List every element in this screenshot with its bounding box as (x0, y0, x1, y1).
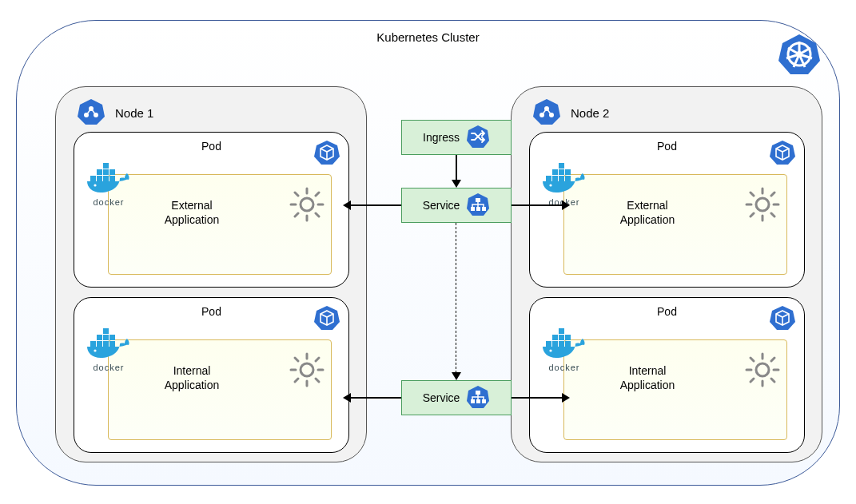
svg-rect-28 (103, 341, 109, 347)
service-tree-icon (466, 192, 490, 219)
svg-rect-18 (109, 176, 115, 181)
node-1: Node 1 Pod docker (55, 86, 367, 462)
svg-rect-44 (565, 176, 571, 181)
svg-rect-29 (109, 341, 115, 347)
svg-rect-47 (565, 169, 571, 175)
svg-rect-42 (552, 176, 558, 181)
arrow-service1-left (351, 204, 401, 206)
svg-rect-31 (103, 335, 109, 340)
docker-whale-icon (84, 163, 133, 196)
internal-app-label: Internal Application (603, 363, 691, 392)
svg-rect-26 (90, 341, 96, 347)
ingress-box: Ingress (401, 120, 512, 155)
svg-rect-46 (559, 169, 564, 175)
node-hex-icon (77, 97, 106, 129)
cube-icon (313, 139, 340, 169)
svg-rect-19 (97, 169, 102, 175)
svg-rect-27 (97, 341, 102, 347)
node-1-label: Node 1 (115, 106, 153, 120)
arrow-head-icon (452, 372, 461, 380)
svg-rect-57 (559, 335, 564, 340)
docker-label: docker (84, 197, 133, 207)
arrow-service2-right (512, 397, 562, 399)
arrow-head-icon (562, 393, 570, 403)
svg-rect-58 (565, 335, 571, 340)
svg-rect-21 (109, 169, 115, 175)
service-external-box: Service (401, 188, 512, 223)
docker-whale-icon (539, 328, 589, 362)
pod-title: Pod (74, 305, 348, 318)
service-label: Service (423, 391, 460, 404)
node-1-pod-external: Pod docker External Applicat (74, 132, 349, 288)
svg-rect-66 (476, 207, 480, 211)
svg-rect-64 (476, 198, 480, 202)
pod-title: Pod (530, 305, 804, 318)
svg-point-24 (301, 198, 313, 211)
docker-whale-icon (84, 328, 133, 362)
cube-icon (313, 304, 340, 334)
svg-rect-30 (97, 335, 102, 340)
service-label: Service (423, 199, 460, 212)
docker-label: docker (84, 363, 133, 372)
docker-logo: docker (84, 328, 133, 372)
svg-rect-16 (97, 176, 102, 181)
node-2-pod-external: Pod docker External Applicat (529, 132, 805, 288)
node-2-label: Node 2 (571, 106, 609, 120)
arrow-head-icon (562, 200, 570, 210)
ingress-label: Ingress (423, 131, 460, 144)
gear-icon (743, 185, 782, 226)
gear-icon (288, 185, 326, 226)
svg-point-9 (796, 51, 802, 58)
svg-point-35 (301, 363, 313, 376)
pod-title: Pod (530, 140, 804, 153)
svg-rect-69 (476, 391, 480, 395)
svg-point-23 (94, 184, 96, 186)
cube-icon (769, 139, 796, 169)
svg-marker-10 (78, 99, 105, 125)
svg-rect-22 (103, 163, 109, 169)
svg-rect-15 (90, 176, 96, 181)
external-app-label: External Application (148, 198, 236, 227)
arrow-head-icon (343, 200, 351, 210)
node-2: Node 2 Pod docker (511, 86, 822, 462)
svg-rect-71 (476, 399, 480, 403)
docker-whale-icon (539, 163, 589, 196)
node-2-pod-internal: Pod docker Internal Applicat (529, 297, 805, 453)
svg-point-61 (756, 363, 769, 376)
ingress-shuffle-icon (466, 125, 490, 151)
svg-point-34 (94, 349, 96, 351)
kubernetes-wheel-icon (777, 32, 822, 79)
service-tree-icon (466, 385, 490, 411)
svg-rect-56 (552, 335, 558, 340)
svg-rect-41 (546, 176, 551, 181)
kubernetes-cluster: Kubernetes Cluster (16, 20, 840, 486)
node-1-pod-internal: Pod docker Internal Applicat (74, 297, 349, 453)
arrow-head-icon (452, 180, 461, 188)
cluster-title: Kubernetes Cluster (17, 30, 839, 44)
svg-rect-32 (109, 335, 115, 340)
gear-icon (743, 351, 782, 391)
arrow-service-service-dashed (456, 223, 456, 373)
svg-point-49 (549, 184, 551, 186)
svg-rect-67 (482, 207, 486, 211)
svg-rect-54 (559, 341, 564, 347)
pod-title: Pod (74, 140, 348, 153)
svg-rect-33 (103, 328, 109, 334)
svg-rect-72 (482, 399, 486, 403)
svg-rect-59 (559, 328, 564, 334)
svg-marker-36 (533, 99, 560, 125)
docker-logo: docker (84, 163, 133, 207)
svg-rect-20 (103, 169, 109, 175)
arrow-service2-left (351, 397, 401, 399)
arrow-ingress-service (456, 155, 457, 181)
svg-rect-53 (552, 341, 558, 347)
docker-logo: docker (539, 328, 589, 372)
svg-point-60 (549, 349, 551, 351)
svg-rect-45 (552, 169, 558, 175)
service-internal-box: Service (401, 380, 512, 415)
svg-rect-65 (471, 207, 475, 211)
svg-point-50 (756, 198, 769, 211)
internal-app-label: Internal Application (148, 363, 236, 392)
arrow-head-icon (343, 393, 351, 403)
svg-rect-55 (565, 341, 571, 347)
